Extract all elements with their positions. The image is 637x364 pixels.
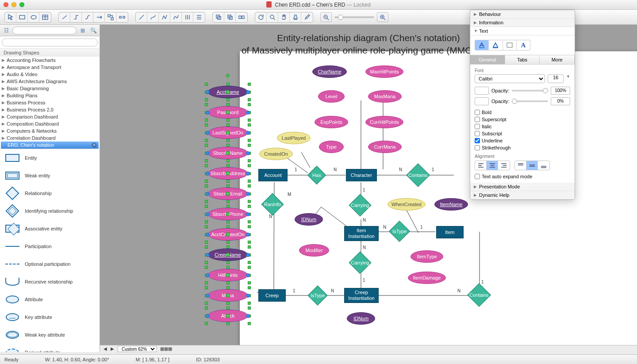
- align-left-icon[interactable]: [475, 161, 487, 170]
- attr-selected[interactable]: AcctName: [208, 86, 248, 98]
- rel-istype-2[interactable]: IsType: [307, 285, 327, 305]
- opacity-value-1[interactable]: 100%: [551, 87, 570, 95]
- rel-carrying-2[interactable]: Carrying: [349, 252, 372, 274]
- attr-itemname[interactable]: ItemName: [434, 198, 468, 211]
- category-item[interactable]: ▶AWS Architecture Diagrams: [0, 78, 100, 85]
- eyedropper-icon[interactable]: [301, 12, 313, 22]
- attr-modifier[interactable]: Modifier: [299, 244, 329, 257]
- attr-selected[interactable]: SbscrbrPhone: [208, 208, 248, 220]
- zoom-select[interactable]: Custom 62%: [118, 346, 157, 352]
- category-item[interactable]: ▶Comparison Dashboard: [0, 113, 100, 120]
- check-sub[interactable]: Subscript: [475, 131, 521, 136]
- attr-maxmana[interactable]: MaxMana: [368, 90, 402, 103]
- tab-tabs[interactable]: Tabs: [505, 55, 540, 64]
- attr-itemdamage[interactable]: ItemDamage: [408, 272, 446, 284]
- category-item[interactable]: ▶Aerospace and Transport: [0, 64, 100, 71]
- attr-idnum-1[interactable]: IDNum: [295, 213, 323, 226]
- library-tree-icon[interactable]: ☷: [2, 27, 11, 34]
- section-presentation[interactable]: ▶Presentation Mode: [470, 183, 575, 191]
- font-size[interactable]: 16: [548, 74, 564, 83]
- opacity-slider-2[interactable]: [512, 100, 548, 102]
- close-icon[interactable]: [4, 2, 8, 7]
- check-strike[interactable]: Strikethrough: [475, 145, 541, 150]
- shape-item[interactable]: Identifying relationship: [0, 202, 100, 220]
- zoom-icon[interactable]: [19, 2, 24, 7]
- category-item[interactable]: ▶Computers & Networks: [0, 127, 100, 134]
- section-text[interactable]: ▼Text: [470, 27, 575, 35]
- attr-exp[interactable]: ExpPoints: [315, 116, 348, 128]
- rel-contains-2[interactable]: Contains: [467, 283, 491, 307]
- text-box-icon[interactable]: [503, 40, 517, 50]
- line-5[interactable]: [182, 12, 193, 22]
- zoom-tool-icon[interactable]: [267, 12, 278, 22]
- text-color-fill-icon[interactable]: [475, 40, 489, 50]
- ellipse-tool[interactable]: [28, 12, 39, 22]
- opacity-value-2[interactable]: 0%: [551, 97, 570, 105]
- attr-createdon[interactable]: CreatedOn: [259, 148, 293, 160]
- attr-selected[interactable]: SbscrbrEmail: [208, 188, 248, 200]
- category-item[interactable]: ▶Business Process: [0, 99, 100, 106]
- connector-5[interactable]: [105, 12, 116, 22]
- connector-3[interactable]: [82, 12, 93, 22]
- attr-selected[interactable]: Password: [208, 106, 248, 119]
- category-item[interactable]: ▶Building Plans: [0, 92, 100, 99]
- shape-item[interactable]: Weak entity: [0, 167, 100, 184]
- zoom-in-icon[interactable]: [377, 12, 388, 22]
- rel-has[interactable]: Has: [307, 166, 326, 184]
- font-style-icon[interactable]: A: [517, 40, 530, 50]
- attr-level[interactable]: Level: [318, 90, 345, 103]
- rel-contains-1[interactable]: Contains: [406, 163, 430, 187]
- category-item[interactable]: ▶Audio & Video: [0, 71, 100, 78]
- attr-selected[interactable]: Attack: [208, 310, 248, 322]
- attr-selected[interactable]: SbscrbrAddress: [208, 167, 248, 180]
- line-4[interactable]: [170, 12, 182, 22]
- rel-carrying-1[interactable]: Carrying: [349, 194, 372, 217]
- hand-tool-icon[interactable]: [278, 12, 290, 22]
- category-item[interactable]: ▶Correlation Dashboard: [0, 134, 100, 142]
- align-center-icon[interactable]: [487, 161, 498, 170]
- connector-1[interactable]: [59, 12, 70, 22]
- check-auto-expand[interactable]: Text auto expand mode: [475, 174, 570, 179]
- arrange-3[interactable]: [236, 12, 247, 22]
- category-item[interactable]: ▶Business Process 2,0: [0, 106, 100, 113]
- entity-account[interactable]: Account: [258, 169, 288, 181]
- rel-istype-1[interactable]: IsType: [389, 221, 410, 242]
- rect-tool[interactable]: [16, 12, 28, 22]
- check-bold[interactable]: Bold: [475, 110, 521, 115]
- line-3[interactable]: [159, 12, 170, 22]
- attr-selected[interactable]: LastSignedOn: [208, 126, 248, 139]
- attr-lastplayed[interactable]: LastPlayed: [277, 132, 311, 144]
- category-item[interactable]: ▶Composition Dashboard: [0, 120, 100, 127]
- entity-creep-inst[interactable]: Creep Instantiation: [344, 288, 379, 303]
- refresh-icon[interactable]: [255, 12, 267, 22]
- grid-view-icon[interactable]: ⊞: [78, 27, 87, 34]
- pointer-tool[interactable]: [5, 12, 16, 22]
- valign-mid-icon[interactable]: [526, 161, 538, 170]
- tab-more[interactable]: More: [540, 55, 575, 64]
- shape-item[interactable]: Attribute: [0, 291, 100, 308]
- rel-raninfo[interactable]: RanInfo: [261, 193, 284, 216]
- arrange-2[interactable]: [224, 12, 236, 22]
- text-background-icon[interactable]: [489, 40, 503, 50]
- attr-whencreated[interactable]: WhenCreated: [388, 198, 426, 211]
- shape-item[interactable]: Derived attribute: [0, 344, 100, 352]
- category-item[interactable]: ▶Basic Diagramming: [0, 85, 100, 92]
- shape-item[interactable]: Recursive relationship: [0, 273, 100, 291]
- attr-selected[interactable]: HitPoints: [208, 269, 248, 281]
- entity-creep[interactable]: Creep: [258, 289, 286, 302]
- arrange-1[interactable]: [213, 12, 224, 22]
- attr-selected[interactable]: Mana: [208, 289, 248, 302]
- align-right-icon[interactable]: [498, 161, 510, 170]
- attr-itemtype[interactable]: ItemType: [411, 250, 443, 263]
- page-tabs-icon[interactable]: ▦▦▦: [160, 346, 172, 351]
- properties-panel[interactable]: ▶Behaviour ▶Information ▼Text A General …: [470, 10, 575, 200]
- close-category-icon[interactable]: ×: [92, 142, 97, 148]
- attr-idnum-2[interactable]: IDNum: [347, 312, 375, 325]
- check-italic[interactable]: Italic: [475, 124, 521, 129]
- zoom-slider[interactable]: [334, 16, 374, 18]
- tab-general[interactable]: General: [470, 55, 505, 64]
- entity-item-inst[interactable]: Item Instantiation: [344, 226, 379, 241]
- connector-6[interactable]: [116, 12, 128, 22]
- attr-type[interactable]: Type: [319, 141, 344, 153]
- shape-item[interactable]: Weak key attribute: [0, 326, 100, 344]
